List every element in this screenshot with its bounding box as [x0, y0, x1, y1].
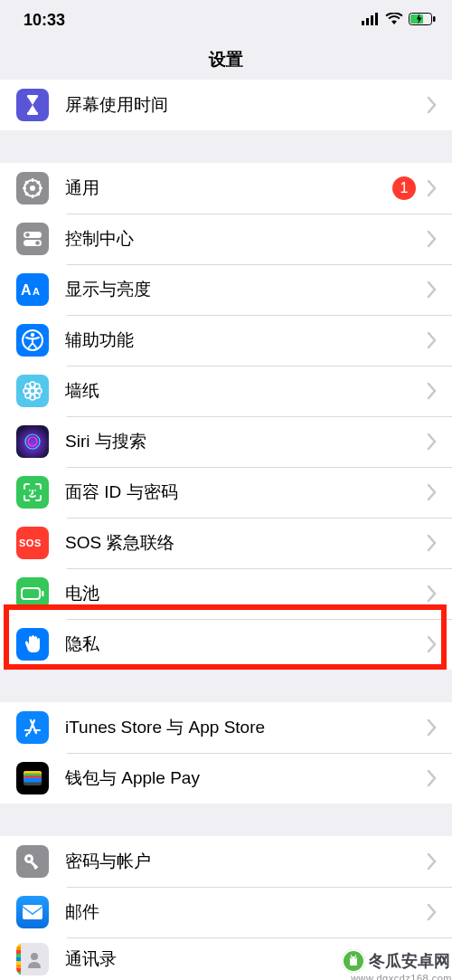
- svg-point-37: [28, 437, 37, 446]
- svg-rect-5: [410, 14, 423, 24]
- row-wallet[interactable]: 钱包与 Apple Pay: [0, 753, 452, 804]
- svg-rect-42: [42, 591, 44, 596]
- chevron-right-icon: [427, 382, 438, 400]
- chevron-right-icon: [427, 433, 438, 451]
- signal-icon: [362, 11, 380, 30]
- row-accessibility[interactable]: 辅助功能: [0, 315, 452, 366]
- svg-rect-2: [371, 15, 373, 25]
- svg-line-57: [355, 955, 356, 956]
- row-mail[interactable]: 邮件: [0, 887, 452, 937]
- row-label: 屏幕使用时间: [65, 93, 427, 117]
- status-right: [362, 11, 436, 30]
- row-general[interactable]: 通用 1: [0, 163, 452, 214]
- row-sos[interactable]: SOS SOS 紧急联络: [0, 518, 452, 568]
- row-battery[interactable]: 电池: [0, 568, 452, 619]
- svg-rect-0: [362, 21, 364, 25]
- row-label: 隐私: [65, 633, 427, 656]
- row-siri[interactable]: Siri 与搜索: [0, 416, 452, 467]
- svg-point-53: [31, 953, 38, 960]
- row-label: 邮件: [65, 900, 427, 924]
- contacts-icon: [16, 943, 49, 975]
- svg-rect-8: [27, 112, 38, 115]
- row-screentime[interactable]: 屏幕使用时间: [0, 80, 452, 130]
- row-label: 控制中心: [65, 227, 427, 251]
- chevron-right-icon: [427, 230, 438, 248]
- accessibility-icon: [16, 324, 49, 357]
- wallet-icon: [16, 762, 49, 794]
- chevron-right-icon: [427, 769, 438, 787]
- android-icon: [342, 949, 365, 973]
- key-icon: [16, 845, 49, 878]
- chevron-right-icon: [427, 635, 438, 653]
- svg-point-26: [31, 333, 34, 337]
- row-label: 密码与帐户: [65, 850, 427, 873]
- svg-point-10: [30, 186, 35, 191]
- chevron-right-icon: [427, 179, 438, 197]
- row-label: Siri 与搜索: [65, 430, 427, 453]
- notification-badge: 1: [392, 176, 416, 200]
- row-display[interactable]: AA 显示与亮度: [0, 264, 452, 315]
- svg-rect-52: [23, 905, 42, 919]
- hourglass-icon: [16, 89, 49, 121]
- status-bar: 10:33: [0, 0, 452, 40]
- svg-rect-41: [22, 588, 40, 599]
- toggles-icon: [16, 223, 49, 255]
- hand-icon: [16, 628, 49, 661]
- chevron-right-icon: [427, 534, 438, 552]
- row-wallpaper[interactable]: 墙纸: [0, 366, 452, 416]
- siri-icon: [16, 425, 49, 458]
- row-itunes-store[interactable]: iTunes Store 与 App Store: [0, 702, 452, 753]
- row-label: 通用: [65, 176, 392, 200]
- svg-rect-1: [366, 18, 369, 25]
- gear-icon: [16, 172, 49, 205]
- row-label: SOS 紧急联络: [65, 531, 427, 555]
- svg-text:SOS: SOS: [19, 538, 42, 548]
- mail-icon: [16, 896, 49, 928]
- flower-icon: [16, 375, 49, 407]
- row-label: 面容 ID 与密码: [65, 480, 427, 504]
- watermark-text: 冬瓜安卓网: [369, 950, 450, 972]
- chevron-right-icon: [427, 483, 438, 501]
- row-label: 辅助功能: [65, 328, 427, 352]
- chevron-right-icon: [427, 852, 438, 871]
- svg-rect-7: [27, 95, 38, 98]
- watermark: 冬瓜安卓网 www.dgxcdz168.com: [342, 949, 452, 973]
- text-size-icon: AA: [16, 273, 49, 306]
- svg-text:A: A: [33, 286, 40, 297]
- battery-row-icon: [16, 577, 49, 610]
- sos-icon: SOS: [16, 527, 49, 559]
- svg-point-20: [25, 233, 30, 237]
- row-privacy[interactable]: 隐私: [0, 619, 452, 670]
- row-label: 显示与亮度: [65, 278, 427, 301]
- svg-line-56: [351, 955, 352, 956]
- svg-rect-6: [433, 16, 436, 22]
- battery-icon: [409, 11, 436, 30]
- watermark-url: www.dgxcdz168.com: [351, 973, 452, 980]
- row-control-center[interactable]: 控制中心: [0, 214, 452, 264]
- row-label: iTunes Store 与 App Store: [65, 716, 427, 739]
- chevron-right-icon: [427, 718, 438, 737]
- chevron-right-icon: [427, 585, 438, 603]
- svg-point-55: [354, 957, 355, 958]
- chevron-right-icon: [427, 903, 438, 921]
- svg-rect-3: [375, 13, 378, 25]
- svg-point-27: [30, 388, 35, 394]
- appstore-icon: [16, 711, 49, 744]
- svg-text:A: A: [21, 282, 32, 298]
- row-label: 钱包与 Apple Pay: [65, 766, 427, 790]
- row-faceid[interactable]: 面容 ID 与密码: [0, 467, 452, 518]
- svg-point-22: [35, 241, 40, 245]
- svg-point-49: [27, 857, 31, 861]
- chevron-right-icon: [427, 281, 438, 299]
- page-title: 设置: [0, 40, 452, 80]
- chevron-right-icon: [427, 96, 438, 114]
- chevron-right-icon: [427, 331, 438, 349]
- row-passwords[interactable]: 密码与帐户: [0, 836, 452, 887]
- status-time: 10:33: [24, 11, 65, 30]
- row-label: 电池: [65, 582, 427, 605]
- faceid-icon: [16, 476, 49, 509]
- svg-point-54: [351, 957, 352, 958]
- svg-rect-47: [24, 778, 42, 783]
- row-label: 墙纸: [65, 379, 427, 403]
- wifi-icon: [385, 11, 403, 30]
